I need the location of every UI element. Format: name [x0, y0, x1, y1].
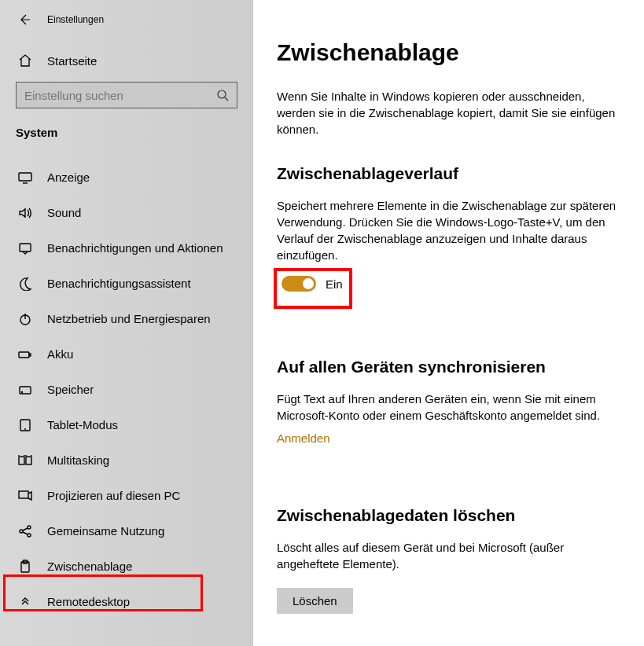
notifications-icon: [18, 241, 32, 255]
page-title: Zwischenablage: [277, 39, 625, 66]
nav-list: Anzeige Sound Benachrichtigungen und Akt…: [0, 160, 253, 619]
nav-storage[interactable]: Speicher: [0, 372, 253, 407]
search-input[interactable]: [24, 89, 216, 102]
storage-icon: [18, 383, 32, 397]
sync-heading: Auf allen Geräten synchronisieren: [277, 358, 625, 376]
home-icon: [18, 53, 32, 68]
nav-label: Projizieren auf diesen PC: [47, 489, 180, 502]
nav-clipboard[interactable]: Zwischenablage: [0, 549, 253, 584]
clear-desc: Löscht alles auf diesem Gerät und bei Mi…: [277, 539, 625, 572]
svg-point-7: [22, 391, 23, 392]
history-toggle-label: Ein: [326, 277, 343, 291]
svg-rect-4: [19, 352, 29, 358]
clear-heading: Zwischenablagedaten löschen: [277, 506, 625, 525]
home-label: Startseite: [47, 54, 97, 68]
category-header: System: [0, 123, 253, 149]
battery-icon: [18, 347, 32, 362]
sidebar: Einstellungen Startseite System Anzeige …: [0, 0, 253, 646]
nav-label: Sound: [47, 206, 81, 219]
search-icon: [216, 89, 229, 101]
svg-rect-5: [29, 354, 31, 356]
nav-share[interactable]: Gemeinsame Nutzung: [0, 513, 253, 549]
page-intro: Wenn Sie Inhalte in Windows kopieren ode…: [277, 88, 625, 138]
nav-display[interactable]: Anzeige: [0, 160, 253, 195]
sound-icon: [18, 206, 32, 220]
svg-point-12: [20, 530, 23, 533]
share-icon: [18, 524, 32, 538]
history-heading: Zwischenablageverlauf: [277, 164, 625, 183]
nav-label: Zwischenablage: [47, 560, 132, 573]
history-section: Zwischenablageverlauf Speichert mehrere …: [277, 164, 625, 328]
nav-label: Akku: [47, 347, 73, 361]
history-toggle[interactable]: [282, 276, 316, 292]
nav-battery[interactable]: Akku: [0, 336, 253, 372]
svg-point-14: [28, 534, 31, 537]
history-desc: Speichert mehrere Elemente in die Zwisch…: [277, 197, 625, 263]
svg-point-13: [28, 526, 31, 529]
nav-label: Anzeige: [47, 171, 90, 184]
clear-button[interactable]: Löschen: [277, 588, 353, 614]
nav-notifications[interactable]: Benachrichtigungen und Aktionen: [0, 230, 253, 266]
nav-label: Benachrichtigungen und Aktionen: [47, 241, 223, 255]
arrow-left-icon: [18, 13, 31, 26]
nav-multitask[interactable]: Multitasking: [0, 442, 253, 478]
sync-section: Auf allen Geräten synchronisieren Fügt T…: [277, 358, 625, 476]
nav-sound[interactable]: Sound: [0, 195, 253, 230]
nav-label: Tablet-Modus: [47, 418, 118, 431]
nav-label: Netzbetrieb und Energiesparen: [47, 312, 211, 325]
svg-rect-9: [19, 457, 24, 464]
nav-focus-assist[interactable]: Benachrichtigungsassistent: [0, 266, 253, 301]
search-box[interactable]: [16, 82, 237, 108]
main-content: Zwischenablage Wenn Sie Inhalte in Windo…: [253, 0, 644, 646]
tablet-icon: [18, 418, 32, 432]
svg-point-0: [218, 90, 226, 98]
history-toggle-row: Ein: [277, 271, 348, 296]
nav-project[interactable]: Projizieren auf diesen PC: [0, 478, 253, 513]
svg-rect-10: [26, 457, 31, 464]
svg-rect-11: [19, 491, 28, 498]
remote-icon: [18, 595, 32, 609]
nav-label: Speicher: [47, 383, 94, 396]
svg-rect-1: [19, 173, 31, 181]
nav-label: Remotedesktop: [47, 595, 130, 608]
titlebar: Einstellungen: [0, 8, 253, 38]
home-link[interactable]: Startseite: [0, 38, 253, 82]
nav-remote[interactable]: Remotedesktop: [0, 584, 253, 619]
nav-label: Gemeinsame Nutzung: [47, 524, 164, 538]
nav-label: Multitasking: [47, 453, 109, 467]
clipboard-icon: [18, 560, 32, 574]
sync-desc: Fügt Text auf Ihren anderen Geräten ein,…: [277, 391, 625, 424]
back-button[interactable]: [17, 13, 31, 27]
display-icon: [18, 171, 32, 185]
nav-tablet[interactable]: Tablet-Modus: [0, 407, 253, 442]
project-icon: [18, 489, 32, 503]
svg-rect-2: [20, 244, 31, 251]
power-icon: [18, 312, 32, 326]
signin-link[interactable]: Anmelden: [277, 431, 330, 445]
window-title: Einstellungen: [47, 14, 104, 25]
nav-label: Benachrichtigungsassistent: [47, 277, 191, 290]
multitask-icon: [18, 453, 32, 468]
clear-section: Zwischenablagedaten löschen Löscht alles…: [277, 506, 625, 614]
moon-icon: [18, 277, 32, 291]
nav-power[interactable]: Netzbetrieb und Energiesparen: [0, 301, 253, 336]
